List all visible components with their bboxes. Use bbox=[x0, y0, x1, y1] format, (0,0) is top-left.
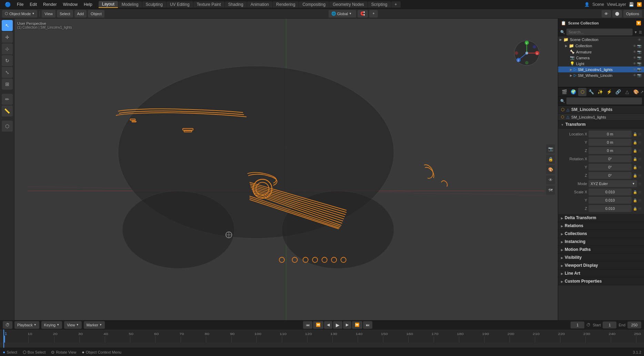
scale-x-field[interactable]: 0.010 bbox=[588, 189, 632, 195]
tool-select[interactable]: ↖ bbox=[2, 20, 13, 31]
workspace-scripting[interactable]: Scripting bbox=[368, 1, 391, 8]
scale-z-keyframe[interactable] bbox=[638, 207, 641, 210]
visibility-header[interactable]: Visibility bbox=[558, 254, 644, 262]
proportional-btn[interactable]: ⚬ bbox=[369, 10, 378, 18]
rotation-y-keyframe[interactable] bbox=[638, 166, 641, 169]
tool-move[interactable]: ⊹ bbox=[2, 43, 13, 54]
delta-transform-header[interactable]: Delta Transform bbox=[558, 214, 644, 222]
rotation-z-lock[interactable]: 🔒 bbox=[633, 174, 637, 177]
render-preview-btn[interactable]: 🎨 bbox=[546, 165, 555, 174]
transform-section-header[interactable]: Transform bbox=[558, 121, 644, 129]
next-frame-btn[interactable]: ⏩ bbox=[352, 321, 362, 329]
location-x-field[interactable]: 0 m bbox=[588, 131, 632, 138]
obj-name-display[interactable]: SM_Lincolnv1_lights bbox=[571, 107, 612, 112]
scale-z-field[interactable]: 0.010 bbox=[588, 205, 632, 212]
options-btn[interactable]: Options bbox=[623, 10, 642, 18]
outliner-item-sm-wheels[interactable]: ▶ ▷ SM_Wheels_Lincoln 👁 📷 bbox=[558, 72, 644, 78]
render-icon-arm[interactable]: 📷 bbox=[637, 50, 641, 54]
vis-icon-col[interactable]: 👁 bbox=[633, 44, 636, 48]
timeline-ruler-area[interactable]: 1 10 20 30 40 50 60 70 80 90 1 bbox=[0, 329, 644, 348]
scale-x-keyframe[interactable] bbox=[638, 191, 641, 193]
props-tab-data[interactable]: △ bbox=[623, 88, 631, 96]
menu-file[interactable]: File bbox=[14, 1, 26, 8]
vis-icon-lights[interactable]: 👁 bbox=[633, 68, 636, 71]
rotation-x-keyframe[interactable] bbox=[638, 157, 641, 160]
keying-btn[interactable]: Keying ▼ bbox=[41, 321, 62, 329]
location-y-field[interactable]: 0 m bbox=[588, 139, 632, 146]
timeline-view-btn[interactable]: View ▼ bbox=[64, 321, 82, 329]
instancing-header[interactable]: Instancing bbox=[558, 238, 644, 246]
props-tab-constraints[interactable]: 🔗 bbox=[614, 88, 622, 96]
jump-start-btn[interactable]: ⏮ bbox=[303, 321, 312, 329]
tool-add-object[interactable]: ⬡ bbox=[2, 121, 13, 132]
tool-annotate[interactable]: ✏ bbox=[2, 94, 13, 105]
scale-y-lock[interactable]: 🔒 bbox=[633, 199, 637, 202]
workspace-sculpting[interactable]: Sculpting bbox=[142, 1, 166, 8]
render-icon-cam[interactable]: 📷 bbox=[637, 56, 641, 60]
save-icon[interactable]: 💾 bbox=[629, 2, 634, 7]
overlays-btn[interactable]: 👁 bbox=[602, 10, 611, 18]
obj-data-name[interactable]: SM_Lincolnv1_lights bbox=[571, 115, 606, 119]
workspace-uv-editing[interactable]: UV Editing bbox=[167, 1, 193, 8]
menu-render[interactable]: Render bbox=[40, 1, 59, 8]
location-x-lock[interactable]: 🔒 bbox=[633, 132, 637, 136]
outliner-item-sm-lights[interactable]: ▶ ▷ SM_Lincolnv1_lights 👁 📷 bbox=[558, 67, 644, 72]
menu-window[interactable]: Window bbox=[60, 1, 80, 8]
current-frame-field[interactable]: 1 bbox=[571, 322, 584, 328]
props-tab-physics[interactable]: ⚡ bbox=[605, 88, 613, 96]
viewport-shading-btn[interactable]: ⬤ bbox=[612, 10, 622, 18]
props-tab-material[interactable]: 🎨 bbox=[632, 88, 640, 96]
outliner-item-scene-collection[interactable]: ▶ 📁 Scene Collection 👁 bbox=[558, 37, 644, 43]
props-expand-icon[interactable]: ↗ bbox=[640, 90, 644, 94]
props-tab-world[interactable]: 🌍 bbox=[569, 88, 577, 96]
line-art-header[interactable]: Line Art bbox=[558, 269, 644, 277]
render-icon-wheels[interactable]: 📷 bbox=[637, 73, 641, 77]
scale-x-lock[interactable]: 🔒 bbox=[633, 190, 637, 194]
camera-view-btn[interactable]: 📷 bbox=[546, 144, 555, 153]
outliner-search-input[interactable] bbox=[566, 29, 633, 35]
object-menu-btn[interactable]: Object bbox=[88, 10, 104, 18]
workspace-animation[interactable]: Animation bbox=[247, 1, 272, 8]
tool-measure[interactable]: 📏 bbox=[2, 105, 13, 116]
select-menu-btn[interactable]: Select bbox=[57, 10, 73, 18]
vis-icon-arm[interactable]: 👁 bbox=[633, 50, 636, 54]
next-keyframe-btn[interactable]: ▶ bbox=[343, 321, 351, 329]
outliner-item-armature[interactable]: 🦴 Armature 👁 📷 bbox=[558, 49, 644, 55]
render-icon-lights[interactable]: 📷 bbox=[637, 68, 641, 71]
rotation-z-field[interactable]: 0° bbox=[588, 172, 632, 179]
outliner-item-collection[interactable]: ▶ 📁 Collection 👁 📷 bbox=[558, 43, 644, 49]
rotation-y-lock[interactable]: 🔒 bbox=[633, 165, 637, 169]
vis-icon[interactable]: 👁 bbox=[638, 38, 641, 42]
marker-btn[interactable]: Marker ▼ bbox=[84, 321, 105, 329]
timeline-icon[interactable]: ⏱ bbox=[3, 321, 12, 329]
outliner-item-camera[interactable]: 📷 Camera 👁 📷 bbox=[558, 55, 644, 61]
render-icon-col[interactable]: 📷 bbox=[637, 44, 641, 48]
outliner-filter-btn[interactable]: ▼ bbox=[634, 30, 637, 34]
render-icon-light[interactable]: 📷 bbox=[637, 62, 641, 65]
location-y-lock[interactable]: 🔒 bbox=[633, 141, 637, 144]
workspace-geometry-nodes[interactable]: Geometry Nodes bbox=[329, 1, 368, 8]
lock-view-btn[interactable]: 🔒 bbox=[546, 155, 555, 164]
workspace-add[interactable]: + bbox=[391, 1, 401, 8]
location-z-keyframe[interactable] bbox=[638, 149, 641, 152]
location-z-lock[interactable]: 🔒 bbox=[633, 149, 637, 153]
scale-z-lock[interactable]: 🔒 bbox=[633, 207, 637, 211]
scale-y-keyframe[interactable] bbox=[638, 199, 641, 202]
workspace-shading[interactable]: Shading bbox=[225, 1, 247, 8]
relations-header[interactable]: Relations bbox=[558, 222, 644, 230]
viewport-gizmo[interactable]: X Y Z bbox=[513, 39, 541, 67]
toggle-overlays-btn[interactable]: 👁 bbox=[546, 175, 555, 184]
object-mode-selector[interactable]: ⬡ Object Mode ▼ bbox=[2, 10, 37, 18]
vis-icon-wheels[interactable]: 👁 bbox=[633, 73, 636, 77]
view-menu-btn[interactable]: View bbox=[42, 10, 56, 18]
custom-properties-header[interactable]: Custom Properties bbox=[558, 277, 644, 285]
props-search-input[interactable] bbox=[566, 98, 642, 104]
start-frame-field[interactable]: 1 bbox=[603, 322, 616, 328]
location-z-field[interactable]: 0 m bbox=[588, 147, 632, 154]
3d-viewport[interactable]: User Perspective (1) Collection | SM_Lin… bbox=[14, 19, 558, 320]
render-layer-label[interactable]: ViewLayer bbox=[607, 2, 626, 7]
menu-edit[interactable]: Edit bbox=[27, 1, 40, 8]
collections-header[interactable]: Collections bbox=[558, 230, 644, 238]
vis-icon-light[interactable]: 👁 bbox=[633, 62, 636, 65]
playback-btn[interactable]: Playback ▼ bbox=[14, 321, 39, 329]
